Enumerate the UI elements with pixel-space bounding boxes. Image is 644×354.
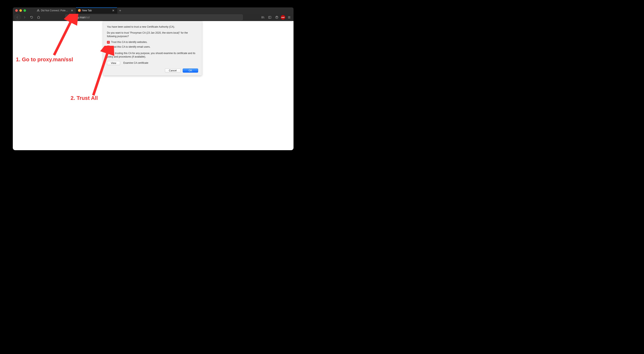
dialog-warning: Before trusting this CA for any purpose,…: [107, 51, 198, 59]
tab-did-not-connect[interactable]: Did Not Connect: Potential Sec ✕: [35, 7, 76, 13]
firefox-icon: [78, 9, 81, 12]
examine-row: View Examine CA certificate: [107, 61, 198, 65]
svg-point-3: [276, 16, 277, 17]
tab-label: Did Not Connect: Potential Sec: [41, 9, 69, 12]
window-controls: [13, 9, 28, 12]
svg-line-5: [93, 49, 109, 95]
close-tab-icon[interactable]: ✕: [70, 9, 74, 12]
svg-rect-1: [268, 16, 271, 18]
page-content: You have been asked to trust a new Certi…: [13, 21, 294, 150]
titlebar: Did Not Connect: Potential Sec ✕ New Tab…: [13, 7, 294, 13]
dialog-heading: You have been asked to trust a new Certi…: [107, 25, 198, 29]
annotation-arrow-2: [89, 46, 116, 97]
trust-ca-dialog: You have been asked to trust a new Certi…: [103, 21, 202, 75]
warning-icon: [37, 9, 40, 12]
new-tab-button[interactable]: ＋: [117, 7, 123, 13]
examine-label: Examine CA certificate: [124, 61, 148, 65]
address-bar[interactable]: proxy.man/ssl: [65, 14, 243, 20]
check-label: Trust this CA to identify email users.: [111, 45, 150, 49]
tab-new-tab[interactable]: New Tab ✕: [76, 7, 117, 13]
tabs-bar: Did Not Connect: Potential Sec ✕ New Tab…: [35, 7, 294, 13]
home-button[interactable]: [36, 14, 42, 20]
reload-button[interactable]: [28, 14, 35, 20]
abp-extension-icon[interactable]: ABP: [281, 15, 285, 19]
forward-button[interactable]: [22, 14, 28, 20]
check-label: Trust this CA to identify websites.: [111, 40, 148, 44]
sidebar-button[interactable]: [267, 14, 273, 20]
trust-websites-row[interactable]: ✓ Trust this CA to identify websites.: [107, 40, 198, 44]
dialog-buttons: Cancel OK: [107, 68, 198, 73]
ok-button[interactable]: OK: [183, 68, 198, 73]
library-button[interactable]: [260, 14, 266, 20]
back-button[interactable]: [14, 14, 21, 21]
toolbar-right: ABP: [260, 14, 292, 20]
close-tab-icon[interactable]: ✕: [112, 9, 115, 12]
annotation-arrow-1: [48, 14, 81, 57]
tab-label: New Tab: [82, 9, 110, 12]
dialog-question: Do you want to trust "Proxyman CA (23 Ja…: [107, 31, 198, 38]
url-path: /ssl: [85, 16, 90, 19]
maximize-window-button[interactable]: [24, 9, 26, 12]
close-window-button[interactable]: [15, 9, 18, 12]
svg-line-4: [54, 18, 73, 55]
browser-window: Did Not Connect: Potential Sec ✕ New Tab…: [13, 7, 294, 150]
annotation-step-1: 1. Go to proxy.man/ssl: [16, 56, 73, 63]
annotation-step-2: 2. Trust All: [70, 95, 98, 101]
account-button[interactable]: [274, 14, 280, 20]
cancel-button[interactable]: Cancel: [165, 68, 180, 73]
trust-email-row[interactable]: ✓ Trust this CA to identify email users.: [107, 45, 198, 49]
app-menu-button[interactable]: [286, 14, 292, 20]
minimize-window-button[interactable]: [20, 9, 22, 12]
checkbox-checked-icon[interactable]: ✓: [107, 41, 110, 44]
